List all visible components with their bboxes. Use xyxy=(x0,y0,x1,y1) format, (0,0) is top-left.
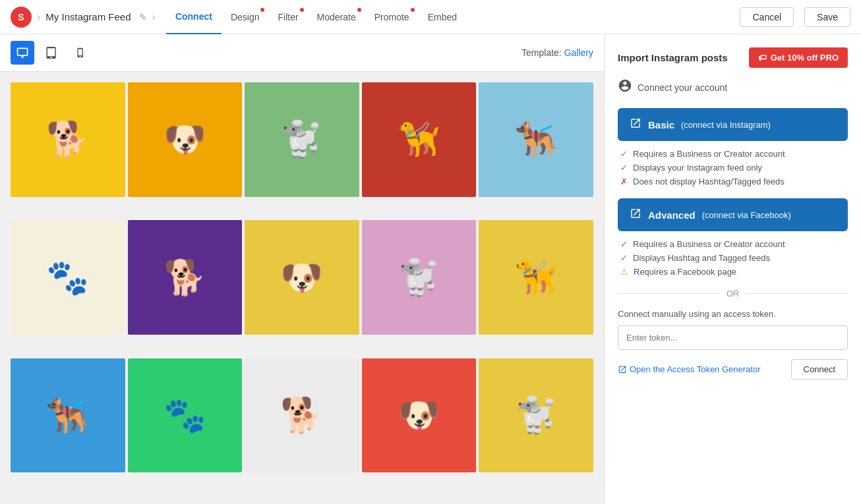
grid-cell-12: 🐕 xyxy=(245,358,359,473)
grid-cell-0: 🐕 xyxy=(11,82,125,197)
pro-button-label: Get 10% off PRO xyxy=(771,53,839,63)
tab-moderate[interactable]: Moderate xyxy=(308,0,365,34)
basic-feature-1: ✓ Requires a Business or Creator account xyxy=(620,149,848,159)
grid-cell-4: 🐕‍🦺 xyxy=(479,82,593,197)
advanced-feature-text-1: Requires a Business or Creator account xyxy=(633,239,785,249)
breadcrumb-arrow-1: › xyxy=(37,11,40,23)
grid-cell-7: 🐶 xyxy=(245,220,359,335)
advanced-feature-3: ⚠ Requires a Facebook page xyxy=(620,267,848,277)
check-icon-4: ✓ xyxy=(620,253,628,263)
basic-feature-text-2: Displays your Instagram feed only xyxy=(633,163,762,173)
advanced-feature-text-3: Requires a Facebook page xyxy=(634,267,736,277)
advanced-button-label: Advanced xyxy=(648,210,696,221)
image-grid: 🐕🐶🐩🦮🐕‍🦺🐾🐕🐶🐩🦮🐕‍🦺🐾🐕🐶🐩 xyxy=(0,72,604,504)
template-label: Template: Gallery xyxy=(521,47,593,58)
basic-feature-2: ✓ Displays your Instagram feed only xyxy=(620,163,848,173)
check-icon-3: ✓ xyxy=(620,239,628,249)
pro-button[interactable]: 🏷 Get 10% off PRO xyxy=(749,47,848,68)
check-icon-2: ✓ xyxy=(620,163,628,173)
basic-feature-text-1: Requires a Business or Creator account xyxy=(633,149,785,159)
advanced-feature-2: ✓ Displays Hashtag and Tagged feeds xyxy=(620,253,848,263)
breadcrumb-arrow-2: › xyxy=(152,11,156,23)
basic-feature-3: ✗ Does not display Hashtag/Tagged feeds xyxy=(620,177,848,186)
mobile-icon xyxy=(75,47,86,58)
grid-cell-5: 🐾 xyxy=(11,220,125,335)
tab-embed[interactable]: Embed xyxy=(419,0,466,34)
pro-icon: 🏷 xyxy=(758,53,767,63)
cross-icon-1: ✗ xyxy=(620,177,628,186)
logo: S xyxy=(11,7,32,28)
tab-design[interactable]: Design xyxy=(222,0,269,34)
grid-cell-3: 🦮 xyxy=(362,82,477,197)
connect-button[interactable]: Connect xyxy=(791,359,848,379)
user-icon xyxy=(618,78,632,96)
desktop-icon xyxy=(16,46,29,59)
grid-cell-14: 🐩 xyxy=(479,358,593,473)
advanced-feature-list: ✓ Requires a Business or Creator account… xyxy=(618,239,848,277)
feed-name: My Instagram Feed xyxy=(45,11,131,22)
basic-feature-text-3: Does not display Hashtag/Tagged feeds xyxy=(633,177,785,186)
header: S › My Instagram Feed ✎ › Connect Design… xyxy=(0,0,861,34)
or-divider: OR xyxy=(618,289,848,298)
basic-button-label: Basic xyxy=(648,119,674,130)
grid-cell-1: 🐶 xyxy=(128,82,243,197)
grid-cell-2: 🐩 xyxy=(245,82,359,197)
main-layout: Template: Gallery 🐕🐶🐩🦮🐕‍🦺🐾🐕🐶🐩🦮🐕‍🦺🐾🐕🐶🐩 Im… xyxy=(0,34,861,504)
manual-connect-label: Connect manually using an access token. xyxy=(618,309,848,319)
token-input[interactable] xyxy=(618,325,848,350)
advanced-subtitle: (connect via Facebook) xyxy=(702,210,791,220)
connect-account-label: Connect your account xyxy=(638,82,727,93)
or-label: OR xyxy=(727,289,740,298)
token-actions: Open the Access Token Generator Connect xyxy=(618,359,848,379)
grid-cell-8: 🐩 xyxy=(362,220,477,335)
advanced-feature-text-2: Displays Hashtag and Tagged feeds xyxy=(633,253,770,263)
edit-icon[interactable]: ✎ xyxy=(139,12,147,22)
check-icon-1: ✓ xyxy=(620,149,628,159)
sidebar: Import Instagram posts 🏷 Get 10% off PRO… xyxy=(604,34,861,504)
basic-connect-icon xyxy=(630,117,641,132)
tab-moderate-dot xyxy=(357,8,361,12)
basic-subtitle: (connect via Instagram) xyxy=(681,120,771,130)
tablet-icon xyxy=(45,47,57,59)
grid-cell-10: 🐕‍🦺 xyxy=(11,358,125,473)
mobile-view-button[interactable] xyxy=(69,41,92,65)
tab-design-dot xyxy=(260,8,264,12)
tab-filter-dot xyxy=(300,8,304,12)
tab-connect[interactable]: Connect xyxy=(166,0,222,34)
preview-toolbar: Template: Gallery xyxy=(0,34,604,72)
tab-filter[interactable]: Filter xyxy=(268,0,307,34)
advanced-connect-button[interactable]: Advanced (connect via Facebook) xyxy=(618,198,848,231)
access-token-link[interactable]: Open the Access Token Generator xyxy=(618,364,761,374)
basic-connect-button[interactable]: Basic (connect via Instagram) xyxy=(618,108,848,141)
preview-area: Template: Gallery 🐕🐶🐩🦮🐕‍🦺🐾🐕🐶🐩🦮🐕‍🦺🐾🐕🐶🐩 xyxy=(0,34,604,504)
grid-cell-9: 🦮 xyxy=(479,220,593,335)
desktop-view-button[interactable] xyxy=(11,41,34,65)
tab-promote[interactable]: Promote xyxy=(365,0,419,34)
sidebar-header: Import Instagram posts 🏷 Get 10% off PRO xyxy=(618,47,848,68)
basic-feature-list: ✓ Requires a Business or Creator account… xyxy=(618,149,848,186)
connect-account-row: Connect your account xyxy=(618,78,848,96)
advanced-connect-icon xyxy=(630,208,641,222)
template-link[interactable]: Gallery xyxy=(564,47,593,58)
grid-cell-13: 🐶 xyxy=(362,358,477,473)
save-button[interactable]: Save xyxy=(804,7,850,27)
access-token-link-label: Open the Access Token Generator xyxy=(630,364,761,374)
tab-promote-dot xyxy=(411,8,415,12)
sidebar-title: Import Instagram posts xyxy=(618,52,728,63)
tablet-view-button[interactable] xyxy=(40,41,63,65)
advanced-feature-1: ✓ Requires a Business or Creator account xyxy=(620,239,848,249)
nav-tabs: Connect Design Filter Moderate Promote E… xyxy=(166,0,466,34)
grid-cell-6: 🐕 xyxy=(128,220,243,335)
warn-icon-1: ⚠ xyxy=(620,267,628,277)
cancel-button[interactable]: Cancel xyxy=(740,7,794,27)
grid-cell-11: 🐾 xyxy=(128,358,243,473)
external-link-icon xyxy=(618,365,627,374)
